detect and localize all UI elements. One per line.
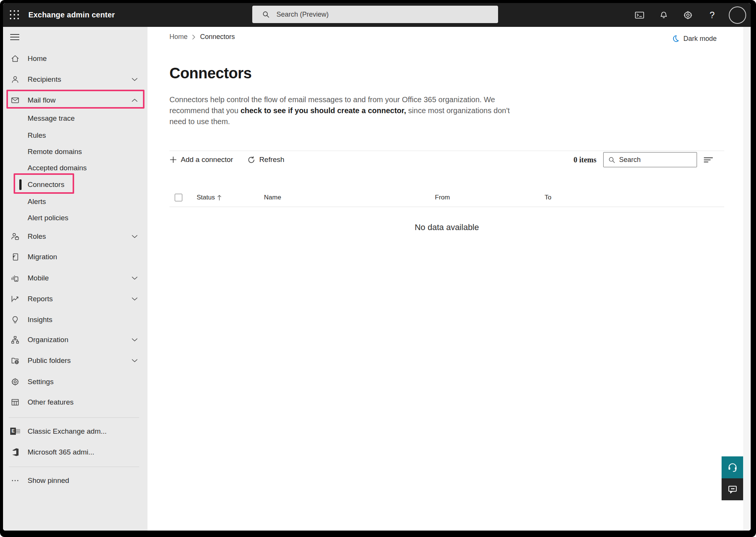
sidebar-item-label: Migration: [28, 253, 57, 261]
envelope-icon: [10, 95, 20, 105]
sidebar-item-label: Mobile: [28, 274, 49, 282]
list-search-input[interactable]: Search: [603, 152, 697, 167]
sidebar-item-alert-policies[interactable]: Alert policies: [3, 210, 147, 226]
breadcrumb-current: Connectors: [200, 33, 235, 41]
sidebar-item-recipients[interactable]: Recipients: [3, 69, 147, 90]
global-search-input[interactable]: Search (Preview): [252, 6, 498, 23]
exchange-admin-window: Exchange admin center Search (Preview) ?: [3, 3, 751, 531]
sidebar-item-connectors[interactable]: Connectors: [3, 176, 147, 193]
microsoft-365-logo-icon: [10, 447, 20, 457]
sidebar-item-label: Settings: [28, 378, 54, 386]
sidebar-item-mail-flow[interactable]: Mail flow: [3, 90, 147, 111]
ellipsis-icon: [10, 476, 20, 486]
description-link[interactable]: check to see if you should create a conn…: [241, 106, 406, 115]
sidebar-divider: [9, 467, 139, 467]
lightbulb-icon: [10, 315, 20, 325]
list-search-placeholder: Search: [619, 156, 641, 164]
table-grid-icon: [10, 397, 20, 407]
sidebar-item-migration[interactable]: Migration: [3, 246, 147, 267]
sidebar-item-roles[interactable]: Roles: [3, 226, 147, 247]
sort-ascending-arrow-icon: [217, 195, 222, 201]
app-launcher-icon[interactable]: [9, 9, 20, 21]
sidebar-item-label: Public folders: [28, 356, 71, 365]
refresh-button[interactable]: Refresh: [247, 156, 284, 164]
org-chart-icon: [10, 335, 20, 345]
screenshot-frame: Exchange admin center Search (Preview) ?: [0, 0, 756, 537]
dark-mode-toggle[interactable]: Dark mode: [671, 34, 717, 43]
help-question-icon[interactable]: ?: [705, 8, 720, 23]
chevron-down-icon: [132, 338, 138, 341]
top-app-bar: Exchange admin center Search (Preview) ?: [3, 3, 751, 27]
sidebar-item-remote-domains[interactable]: Remote domains: [3, 143, 147, 160]
sidebar-item-insights[interactable]: Insights: [3, 309, 147, 330]
sidebar-item-show-pinned[interactable]: Show pinned: [3, 470, 147, 491]
column-header-status[interactable]: Status: [197, 194, 222, 201]
sidebar-item-mobile[interactable]: Mobile: [3, 268, 147, 288]
person-icon: [10, 75, 20, 84]
sidebar-item-label: Connectors: [28, 181, 64, 189]
chevron-down-icon: [132, 297, 138, 300]
settings-gear-icon[interactable]: [680, 8, 695, 23]
filter-rows-icon[interactable]: [703, 154, 714, 165]
scrollbar-track[interactable]: [744, 27, 751, 531]
sidebar-item-alerts[interactable]: Alerts: [3, 193, 147, 210]
refresh-label: Refresh: [259, 156, 284, 164]
chevron-down-icon: [132, 276, 138, 280]
left-navigation: Home Recipients Mail flow Message trace …: [3, 27, 147, 531]
sidebar-item-label: Message trace: [28, 114, 75, 123]
breadcrumb-chevron-icon: [192, 34, 196, 40]
list-toolbar: Add a connector Refresh 0 items Search: [169, 151, 724, 168]
sidebar-item-label: Other features: [28, 398, 73, 406]
sidebar-item-label: Recipients: [28, 75, 61, 84]
chevron-up-icon: [132, 98, 138, 102]
sidebar-item-public-folders[interactable]: Public folders: [3, 350, 147, 371]
document-arrow-icon: [10, 252, 20, 262]
sidebar-item-label: Mail flow: [28, 96, 56, 104]
empty-state-message: No data available: [169, 223, 724, 232]
sidebar-item-other-features[interactable]: Other features: [3, 392, 147, 412]
sidebar-item-label: Accepted domains: [28, 164, 87, 172]
account-avatar[interactable]: [729, 6, 746, 24]
chevron-down-icon: [132, 235, 138, 238]
sidebar-item-reports[interactable]: Reports: [3, 288, 147, 309]
chat-bubble-icon: [727, 484, 738, 495]
gear-icon: [10, 377, 20, 387]
column-header-from[interactable]: From: [435, 194, 450, 201]
sidebar-item-label: Classic Exchange adm...: [28, 427, 107, 436]
sidebar-item-message-trace[interactable]: Message trace: [3, 110, 147, 127]
classic-exchange-logo-icon: E: [10, 426, 20, 436]
sidebar-item-accepted-domains[interactable]: Accepted domains: [3, 160, 147, 176]
notifications-bell-icon[interactable]: [656, 8, 671, 23]
sidebar-item-label: Insights: [28, 316, 52, 324]
topbar-actions: ?: [632, 3, 746, 27]
column-label: Status: [197, 194, 215, 201]
sidebar-item-organization[interactable]: Organization: [3, 329, 147, 350]
breadcrumb-home-link[interactable]: Home: [169, 33, 188, 41]
sidebar-item-microsoft-365-admin[interactable]: Microsoft 365 admi...: [3, 442, 147, 462]
sidebar-item-label: Remote domains: [28, 148, 82, 156]
help-support-button[interactable]: [722, 456, 743, 478]
app-title: Exchange admin center: [28, 11, 115, 19]
sidebar-item-rules[interactable]: Rules: [3, 127, 147, 144]
sidebar-item-label: Show pinned: [28, 476, 69, 485]
select-all-checkbox[interactable]: [175, 194, 182, 201]
sidebar-item-classic-exchange-admin[interactable]: E Classic Exchange adm...: [3, 421, 147, 442]
nav-collapse-hamburger-icon[interactable]: [10, 33, 19, 41]
column-label: From: [435, 194, 450, 201]
page-description: Connectors help control the flow of emai…: [169, 94, 512, 127]
add-connector-button[interactable]: Add a connector: [169, 156, 233, 164]
sidebar-item-home[interactable]: Home: [3, 48, 147, 69]
sidebar-divider: [9, 417, 139, 418]
sidebar-item-label: Rules: [28, 131, 46, 140]
selected-item-indicator: [19, 179, 22, 190]
dark-mode-label: Dark mode: [683, 35, 717, 43]
cloud-shell-terminal-icon[interactable]: [632, 8, 647, 23]
feedback-button[interactable]: [722, 478, 743, 500]
sidebar-item-settings[interactable]: Settings: [3, 371, 147, 392]
column-header-to[interactable]: To: [545, 194, 551, 201]
search-icon: [262, 11, 270, 18]
folder-globe-icon: [10, 356, 20, 366]
column-header-name[interactable]: Name: [264, 194, 281, 201]
page-title: Connectors: [169, 65, 251, 82]
sidebar-item-label: Roles: [28, 232, 46, 241]
